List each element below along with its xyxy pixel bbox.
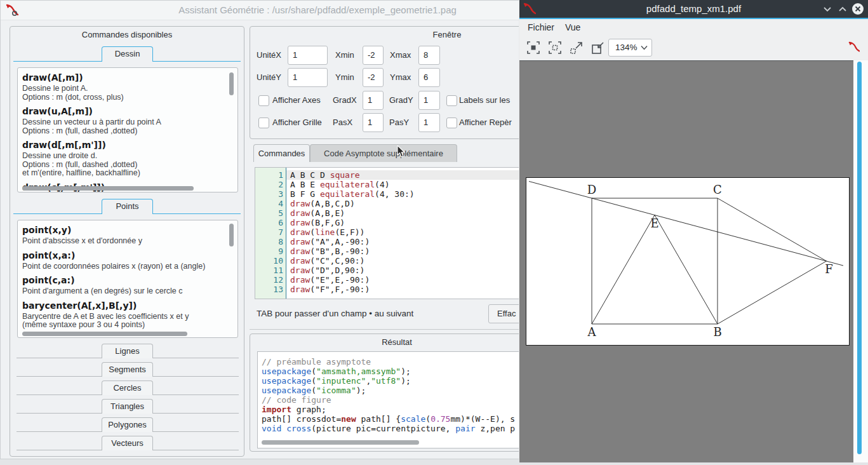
tab-code-asymptote[interactable]: Code Asymptote supplémentaire [310, 144, 457, 162]
field-label-pasy: PasY [389, 113, 409, 132]
desktop: Assistant Géométrie : /usr/share/pdfadd/… [0, 0, 868, 465]
input-ymin[interactable]: -2 [363, 68, 384, 87]
tab-points[interactable]: Points [102, 199, 153, 214]
line-number: 5 [255, 208, 283, 218]
checkbox-afficher-axes[interactable] [258, 95, 269, 106]
input-xmax[interactable]: 8 [418, 46, 440, 65]
tab-triangles[interactable]: Triangles [102, 399, 153, 414]
code-text: draw("C",C,90:) [290, 256, 364, 266]
zoom-in-icon[interactable] [569, 40, 584, 55]
splitter-handle[interactable] [250, 329, 544, 330]
line-number: 6 [255, 218, 283, 227]
input-xmin[interactable]: -2 [363, 46, 384, 65]
code-token: A B C D [290, 170, 330, 180]
editor-line[interactable]: 12draw("E",E,-90:) [255, 275, 541, 285]
command-description: Point de coordonnées polaires x (rayon) … [22, 262, 237, 271]
code-token: ( [311, 386, 316, 395]
line-number: 9 [255, 246, 283, 256]
code-token: line [315, 227, 335, 237]
fit-page-icon[interactable] [526, 40, 541, 55]
command-description: Options : m (full, dashed ,dotted) [22, 127, 237, 136]
code-text: draw(A,B,E) [290, 208, 345, 218]
code-token: z,pen p [476, 424, 516, 433]
line-number: 11 [255, 266, 283, 275]
input-ymax[interactable]: 6 [418, 68, 440, 87]
pdf-viewport[interactable]: ABCDEF [519, 60, 853, 462]
editor-line[interactable]: 9draw("B",B,-90:) [255, 246, 541, 256]
code-token: // préambule asymptote [262, 357, 371, 367]
checkbox-labels-sur-les[interactable] [446, 95, 457, 106]
input-unitéy[interactable]: 1 [288, 68, 328, 87]
menu-vue[interactable]: Vue [565, 19, 580, 36]
command-name: point(c,a:) [22, 275, 237, 287]
checkbox-afficher-repèr[interactable] [446, 118, 457, 128]
result-code-line: usepackage("inputenc","utf8"); [262, 376, 515, 386]
editor-line[interactable]: 3B F G equilateral(4, 30:) [255, 189, 541, 199]
tab-commandes[interactable]: Commandes [253, 144, 310, 162]
pdf-window-titlebar[interactable]: pdfadd_temp_xm1.pdf [519, 0, 868, 18]
line-number: 3 [255, 189, 283, 199]
field-label-unitéx: UnitéX [257, 46, 281, 65]
command-name: barycenter(A[,x],B[,y]) [22, 300, 237, 313]
input-gradx[interactable]: 1 [363, 91, 384, 110]
editor-line[interactable]: 10draw("C",C,90:) [255, 256, 541, 266]
mouse-cursor [397, 145, 406, 158]
editor-line[interactable]: 2A B E equilateral(4) [255, 180, 541, 189]
input-unitéx[interactable]: 1 [288, 46, 328, 65]
line-number: 1 [255, 170, 283, 180]
pdf-preview-window: pdfadd_temp_xm1.pdf Fichier Vue [519, 0, 868, 462]
tab-vecteurs[interactable]: Vecteurs [102, 436, 153, 450]
editor-line[interactable]: 13draw("F",F,-90:) [255, 285, 541, 294]
tab-polygones[interactable]: Polygones [102, 417, 153, 432]
close-button[interactable] [851, 3, 864, 15]
tab-cercles[interactable]: Cercles [102, 381, 153, 395]
editor-line[interactable]: 1A B C D square [255, 170, 541, 180]
fit-best-icon[interactable] [547, 40, 563, 55]
command-entry: point(x,y)Point d'abscisse x et d'ordonn… [18, 220, 237, 246]
command-entry: point(c,a:)Point d'argument a (en degrés… [18, 271, 237, 296]
minimize-button[interactable] [821, 3, 834, 15]
dessin-command-list[interactable]: draw(A[,m])Dessine le point A.Options : … [17, 67, 238, 192]
line-number: 4 [255, 199, 283, 208]
input-pasy[interactable]: 1 [418, 113, 440, 132]
zoom-level-value: 134% [615, 43, 638, 52]
command-name: draw(A[,m]) [22, 72, 237, 84]
menu-fichier[interactable]: Fichier [528, 19, 554, 36]
command-editor[interactable]: 1A B C D square2A B E equilateral(4)3B F… [255, 167, 542, 299]
dessin-list-hscrollbar[interactable] [22, 186, 194, 191]
command-description: Dessine une droite d. [22, 152, 237, 161]
command-entry: point(x,a:)Point de coordonnées polaires… [18, 246, 237, 271]
dessin-list-vscrollbar[interactable] [229, 72, 234, 95]
tab-hint-text: TAB pour passer d'un champ • au suivant [257, 309, 413, 318]
editor-line[interactable]: 5draw(A,B,E) [255, 208, 541, 218]
editor-line[interactable]: 7draw(line(E,F)) [255, 227, 541, 237]
zoom-out-icon[interactable] [591, 40, 606, 55]
code-token: cross [286, 424, 311, 433]
input-grady[interactable]: 1 [418, 91, 440, 110]
code-token: usepackage [262, 376, 311, 386]
code-token: (B,F,G) [310, 218, 345, 227]
checkbox-afficher-grille[interactable] [258, 118, 269, 128]
tab-segments[interactable]: Segments [102, 362, 153, 377]
tab-lignes[interactable]: Lignes [102, 344, 153, 358]
editor-line[interactable]: 8draw("A",A,-90:) [255, 237, 541, 246]
editor-line[interactable]: 4draw(A,B,C,D) [255, 199, 541, 208]
tab-dessin[interactable]: Dessin [102, 46, 153, 62]
line-number: 7 [255, 227, 283, 237]
maximize-button[interactable] [836, 3, 849, 15]
pdf-vscrollbar-track[interactable] [853, 60, 868, 462]
points-list-vscrollbar[interactable] [229, 224, 234, 246]
field-label-pasx: PasX [333, 113, 352, 132]
code-token: ( [425, 414, 431, 424]
points-command-list[interactable]: point(x,y)Point d'abscisse x et d'ordonn… [17, 220, 238, 338]
result-hscrollbar[interactable] [262, 440, 419, 445]
input-pasx[interactable]: 1 [363, 113, 384, 132]
zoom-level-dropdown[interactable]: 134% [608, 39, 652, 57]
code-token: draw [290, 237, 310, 246]
result-code-line: // préambule asymptote [262, 357, 515, 367]
result-code-view[interactable]: // préambule asymptoteusepackage("amsmat… [257, 351, 540, 448]
points-list-hscrollbar[interactable] [22, 332, 187, 336]
editor-line[interactable]: 6draw(B,F,G) [255, 218, 541, 227]
editor-line[interactable]: 11draw("D",D,90:) [255, 266, 541, 275]
pdf-vscrollbar-thumb[interactable] [857, 62, 862, 454]
